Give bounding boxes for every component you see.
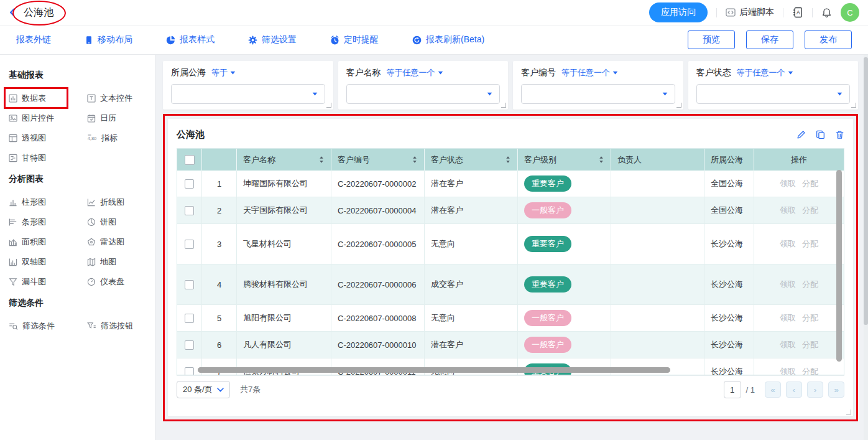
filter-widget-customer-code[interactable]: 客户编号等于任意一个 <box>513 61 683 110</box>
select-all-checkbox[interactable] <box>185 155 195 165</box>
tab-report-external-link[interactable]: 报表外链 <box>16 34 51 45</box>
preview-button[interactable]: 预览 <box>688 30 735 49</box>
publish-button[interactable]: 发布 <box>805 30 852 49</box>
tab-filter-settings[interactable]: 筛选设置 <box>248 34 297 45</box>
row-checkbox[interactable] <box>185 240 194 249</box>
assign-link[interactable]: 分配 <box>802 312 818 324</box>
sidebar-item-funnel-chart[interactable]: 漏斗图 <box>9 276 87 288</box>
table-card-header: 公海池 <box>177 126 844 143</box>
backend-script-button[interactable]: 后端脚本 <box>726 7 774 18</box>
back-button[interactable] <box>7 7 17 17</box>
level-badge: 重要客户 <box>524 236 571 252</box>
prev-page-button[interactable]: ‹ <box>786 381 802 398</box>
sidebar-item-column-chart[interactable]: 柱形图 <box>9 196 87 208</box>
area-chart-icon <box>9 238 17 246</box>
sidebar-item-radar-chart[interactable]: 雷达图 <box>87 236 149 248</box>
filter-operator-dropdown[interactable]: 等于 <box>211 67 236 78</box>
row-checkbox[interactable] <box>185 206 194 215</box>
filter-operator-dropdown[interactable]: 等于任意一个 <box>387 67 443 78</box>
horizontal-scrollbar[interactable] <box>198 367 670 373</box>
save-button[interactable]: 保存 <box>746 30 793 49</box>
edit-button[interactable] <box>796 130 806 139</box>
sidebar-item-label: 数据表 <box>22 93 46 104</box>
sidebar-item-area-chart[interactable]: 面积图 <box>9 236 87 248</box>
sidebar-item-pie-chart[interactable]: 饼图 <box>87 216 149 228</box>
row-checkbox[interactable] <box>185 280 194 289</box>
sidebar-item-label: 雷达图 <box>100 236 124 248</box>
filter-value-select[interactable] <box>696 84 851 104</box>
data-table-icon <box>9 94 17 103</box>
claim-link[interactable]: 领取 <box>780 238 796 250</box>
sidebar-item-calendar[interactable]: 日历 <box>87 112 149 124</box>
customer-code-cell: C-20220607-0000004 <box>331 197 425 223</box>
sort-icon[interactable] <box>318 156 325 164</box>
filter-widget-pool[interactable]: 所属公海等于 <box>163 61 333 110</box>
filter-operator-dropdown[interactable]: 等于任意一个 <box>737 67 793 78</box>
first-page-button[interactable]: « <box>765 381 781 398</box>
row-actions-cell: 领取分配 <box>754 197 844 223</box>
sidebar-group-items: 数据表文本控件图片控件日历透视图4,80指标甘特图 <box>9 92 149 164</box>
assign-link[interactable]: 分配 <box>802 279 818 290</box>
bell-icon[interactable] <box>821 7 832 18</box>
row-checkbox[interactable] <box>185 314 194 323</box>
sidebar-item-image-widget[interactable]: 图片控件 <box>9 112 87 124</box>
row-checkbox[interactable] <box>185 179 194 189</box>
filter-value-select[interactable] <box>171 84 325 104</box>
last-page-button[interactable]: » <box>828 381 844 398</box>
contacts-icon[interactable]: A <box>792 7 803 18</box>
copy-button[interactable] <box>816 130 825 139</box>
page-scrollbar[interactable] <box>864 57 868 325</box>
claim-link[interactable]: 领取 <box>780 205 796 216</box>
pagination-controls: 1 / 1 «‹›» <box>724 381 844 398</box>
sidebar-item-gauge-chart[interactable]: 仪表盘 <box>87 276 149 288</box>
sidebar-item-line-chart[interactable]: 折线图 <box>87 196 149 208</box>
current-page-input[interactable]: 1 <box>724 381 741 398</box>
filter-header: 客户名称等于任意一个 <box>346 67 501 78</box>
row-actions-cell: 领取分配 <box>754 305 844 331</box>
claim-link[interactable]: 领取 <box>780 312 796 324</box>
assign-link[interactable]: 分配 <box>802 205 818 216</box>
tab-report-style[interactable]: 报表样式 <box>166 34 215 45</box>
sidebar-item-gantt[interactable]: 甘特图 <box>9 152 87 164</box>
vertical-scrollbar[interactable] <box>836 170 842 362</box>
sidebar-item-label: 甘特图 <box>22 152 46 164</box>
row-index-cell: 6 <box>202 332 237 358</box>
sort-icon[interactable] <box>505 156 511 164</box>
delete-button[interactable] <box>835 130 844 139</box>
page-size-select[interactable]: 20 条/页 <box>177 381 230 398</box>
assign-link[interactable]: 分配 <box>802 238 818 250</box>
claim-link[interactable]: 领取 <box>780 178 796 189</box>
sort-icon[interactable] <box>598 156 604 164</box>
page-nav-buttons: «‹›» <box>765 381 844 398</box>
table-widget-card[interactable]: 公海池 客户名称客户编号客户状态客户级别负责人所属公海操作 1坤曜国际有限公司C… <box>168 119 853 416</box>
sidebar-item-text-widget[interactable]: 文本控件 <box>87 92 149 104</box>
claim-link[interactable]: 领取 <box>780 339 796 350</box>
tab-mobile-layout[interactable]: 移动布局 <box>85 34 132 45</box>
tab-report-refresh[interactable]: 报表刷新(Beta) <box>412 34 484 45</box>
filter-operator-dropdown[interactable]: 等于任意一个 <box>561 67 618 78</box>
sort-icon[interactable] <box>412 156 418 164</box>
sidebar-item-metric[interactable]: 4,80指标 <box>87 132 149 144</box>
filter-widget-customer-status[interactable]: 客户状态等于任意一个 <box>688 61 859 110</box>
sidebar-item-bar-chart[interactable]: 条形图 <box>9 216 87 228</box>
assign-link[interactable]: 分配 <box>802 339 818 350</box>
sidebar-item-filter-button[interactable]: 筛选按钮 <box>87 320 149 332</box>
sidebar-item-map-chart[interactable]: 地图 <box>87 256 149 268</box>
sidebar-item-dual-axis-chart[interactable]: 双轴图 <box>9 256 87 268</box>
sidebar-item-filter-condition[interactable]: 筛选条件 <box>9 320 87 332</box>
column-header: 所属公海 <box>704 149 754 171</box>
claim-link[interactable]: 领取 <box>780 279 796 290</box>
assign-link[interactable]: 分配 <box>802 178 818 189</box>
refresh-icon <box>412 35 422 45</box>
row-checkbox[interactable] <box>185 340 194 350</box>
sidebar-item-pivot-view[interactable]: 透视图 <box>9 132 87 144</box>
filter-value-select[interactable] <box>346 84 501 104</box>
user-avatar[interactable]: C <box>841 3 859 22</box>
sidebar-item-data-table[interactable]: 数据表 <box>9 92 87 104</box>
app-access-button[interactable]: 应用访问 <box>649 2 708 22</box>
tab-scheduled-reminder[interactable]: 定时提醒 <box>330 34 379 45</box>
filter-widget-customer-name[interactable]: 客户名称等于任意一个 <box>338 61 509 110</box>
next-page-button[interactable]: › <box>807 381 823 398</box>
filter-value-select[interactable] <box>521 84 675 104</box>
divider <box>716 8 717 17</box>
